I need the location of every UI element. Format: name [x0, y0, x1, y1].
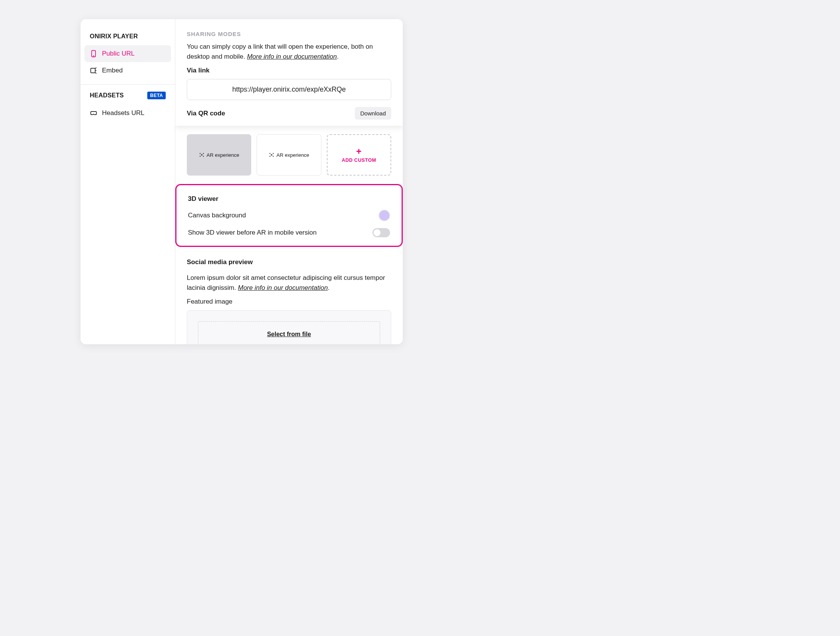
sidebar: ONIRIX PLAYER Public URL Embed HEAD	[81, 19, 175, 344]
sidebar-item-headsets-url[interactable]: Headsets URL	[84, 105, 171, 122]
upload-dropzone[interactable]: Select from file	[198, 321, 380, 344]
via-qr-label: Via QR code	[187, 110, 225, 117]
sidebar-item-embed[interactable]: Embed	[84, 62, 171, 79]
social-doc-link[interactable]: More info in our documentation	[238, 284, 328, 291]
share-url-box[interactable]: https://player.onirix.com/exp/eXxRQe	[187, 79, 391, 100]
sidebar-item-label: Headsets URL	[102, 109, 145, 117]
sidebar-item-label: Public URL	[102, 50, 135, 58]
headset-icon	[90, 109, 97, 117]
featured-image-label: Featured image	[187, 298, 391, 306]
sharing-description: You can simply copy a link that will ope…	[187, 42, 391, 61]
experience-cards-row: AR experience AR experience +	[187, 134, 391, 176]
sidebar-item-public-url[interactable]: Public URL	[84, 45, 171, 62]
sharing-eyebrow: SHARING MODES	[187, 31, 391, 37]
canvas-color-swatch[interactable]	[379, 210, 390, 221]
sidebar-heading-player: ONIRIX PLAYER	[81, 31, 175, 45]
select-from-file-link[interactable]: Select from file	[267, 331, 311, 337]
ar-target-icon	[269, 152, 274, 158]
social-title: Social media preview	[187, 258, 391, 266]
add-custom-card[interactable]: + ADD CUSTOM	[327, 134, 391, 176]
viewer-section: 3D viewer Canvas background Show 3D view…	[175, 184, 403, 247]
social-section: Social media preview Lorem ipsum dolor s…	[187, 258, 391, 344]
featured-image-uploader: Select from file	[187, 310, 391, 344]
main-panel: AR experience AR experience +	[175, 19, 403, 344]
share-settings-modal: ONIRIX PLAYER Public URL Embed HEAD	[81, 19, 403, 344]
embed-icon	[90, 67, 97, 74]
social-description: Lorem ipsum dolor sit amet consectetur a…	[187, 273, 391, 293]
via-link-label: Via link	[187, 67, 391, 74]
phone-icon	[90, 50, 97, 58]
viewer-title: 3D viewer	[188, 195, 390, 203]
experience-card[interactable]: AR experience	[257, 134, 321, 176]
sidebar-item-label: Embed	[102, 67, 123, 74]
sidebar-heading-headsets: HEADSETS BETA	[81, 85, 175, 105]
show-3d-toggle[interactable]	[372, 228, 390, 237]
ar-target-icon	[199, 152, 204, 158]
svg-point-3	[201, 154, 202, 156]
sharing-header: SHARING MODES You can simply copy a link…	[175, 19, 403, 126]
sharing-doc-link[interactable]: More info in our documentation	[247, 53, 337, 60]
svg-point-4	[271, 154, 272, 156]
plus-icon: +	[356, 147, 362, 156]
show-3d-before-ar-row: Show 3D viewer before AR in mobile versi…	[188, 228, 390, 237]
experience-card-selected[interactable]: AR experience	[187, 134, 251, 176]
download-qr-button[interactable]: Download	[355, 107, 391, 120]
svg-rect-2	[91, 68, 96, 73]
canvas-background-row: Canvas background	[188, 210, 390, 221]
beta-badge: BETA	[147, 92, 166, 99]
